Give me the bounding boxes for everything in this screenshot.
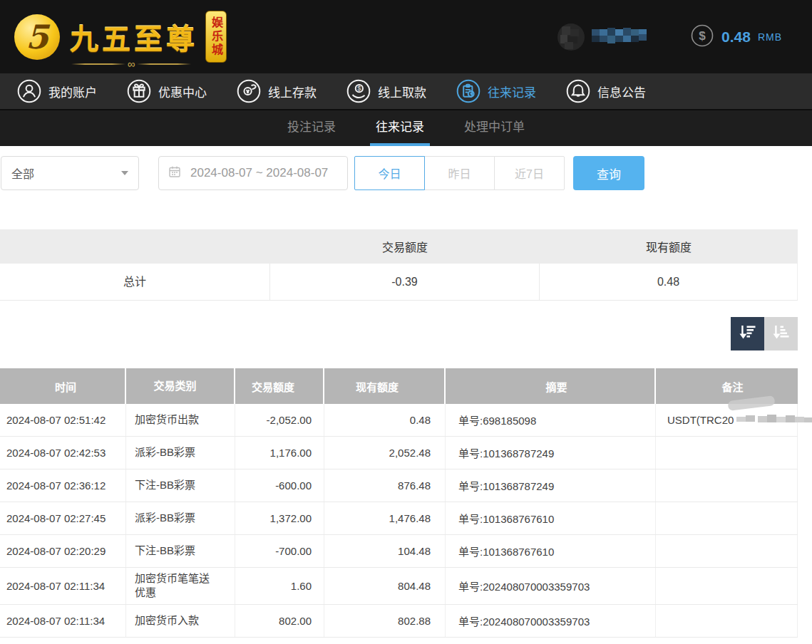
tab-pending-orders[interactable]: 处理中订单 (463, 110, 526, 146)
cell-amount: -2,052.00 (235, 404, 324, 436)
tab-betting-records[interactable]: 投注记录 (286, 110, 337, 146)
brand-name: 九五至尊 (70, 16, 198, 58)
balance-amount: 0.48 (721, 28, 751, 46)
date-range-value: 2024-08-07 ~ 2024-08-07 (190, 166, 328, 180)
tab-transaction-records[interactable]: 往来记录 (374, 110, 426, 146)
cell-amount: 802.00 (235, 605, 324, 637)
table-row: 2024-08-07 02:51:42 加密货币出款 -2,052.00 0.4… (0, 404, 798, 437)
cell-remark (656, 568, 798, 604)
nav-item-transaction-records[interactable]: 往来记录 (456, 79, 536, 103)
cell-balance: 0.48 (324, 404, 446, 436)
cell-time: 2024-08-07 02:51:42 (0, 404, 126, 436)
cell-remark (656, 437, 798, 469)
cell-time: 2024-08-07 02:20:29 (0, 535, 126, 567)
today-button[interactable]: 今日 (354, 156, 425, 190)
cell-remark (656, 502, 798, 534)
records-table: 时间 交易类别 交易额度 现有额度 摘要 备注 2024-08-07 02:51… (0, 368, 798, 638)
gift-icon (127, 79, 151, 103)
cell-amount: 1,372.00 (235, 502, 324, 534)
last7days-button[interactable]: 近7日 (494, 156, 565, 190)
remark-text: USDT(TRC20 (667, 414, 734, 426)
calendar-icon (168, 165, 182, 182)
filter-bar: 全部 2024-08-07 ~ 2024-08-07 今日 昨日 近7日 查询 (1, 156, 812, 190)
table-row: 2024-08-07 02:11:34 加密货币入款 802.00 802.88… (0, 605, 798, 638)
nav-item-my-account[interactable]: 我的账户 (17, 79, 97, 103)
cell-balance: 802.88 (324, 605, 446, 637)
nav-label: 信息公告 (597, 83, 646, 100)
coin-icon: $ (690, 24, 714, 51)
cell-amount: -700.00 (235, 535, 324, 567)
cell-time: 2024-08-07 02:36:12 (0, 469, 126, 502)
quick-range-group: 今日 昨日 近7日 (354, 156, 565, 190)
table-row: 2024-08-07 02:11:34 加密货币笔笔送优惠 1.60 804.4… (0, 568, 798, 605)
user-info[interactable] (557, 24, 649, 51)
table-row: 2024-08-07 02:20:29 下注-BB彩票 -700.00 104.… (0, 535, 798, 568)
cell-summary: 单号:698185098 (446, 404, 656, 436)
nav-item-withdraw[interactable]: $ 线上取款 (346, 79, 426, 103)
cell-category: 加密货币出款 (126, 404, 235, 436)
user-icon (17, 79, 41, 103)
summary-table: 交易额度 现有额度 总计 -0.39 0.48 (0, 229, 798, 301)
cell-remark (656, 469, 798, 502)
col-summary: 摘要 (446, 368, 656, 404)
cell-category: 派彩-BB彩票 (126, 502, 235, 534)
summary-transaction-total: -0.39 (270, 264, 540, 300)
search-button[interactable]: 查询 (573, 156, 644, 190)
avatar (557, 24, 585, 51)
chevron-down-icon (121, 171, 128, 175)
brand-logo: 5 九五至尊 娱乐城 ∞ (14, 11, 227, 63)
cell-balance: 104.48 (324, 535, 446, 567)
sort-descending-button[interactable] (731, 317, 764, 350)
type-select[interactable]: 全部 (1, 156, 139, 190)
cell-time: 2024-08-07 02:42:53 (0, 437, 126, 469)
nav-label: 线上取款 (378, 83, 426, 100)
col-remark: 备注 (656, 368, 798, 404)
remark-blurred (736, 411, 812, 429)
cell-summary: 单号:101368787249 (446, 437, 656, 469)
flourish-ornament: ∞ (71, 63, 191, 65)
cell-category: 派彩-BB彩票 (126, 437, 235, 469)
nav-label: 线上存款 (268, 83, 317, 100)
nav-label: 我的账户 (48, 83, 97, 100)
username-blurred (592, 26, 649, 48)
cell-balance: 2,052.48 (324, 437, 446, 469)
cell-amount: 1.60 (235, 568, 324, 604)
balance-display: $ 0.48 RMB (690, 24, 782, 51)
col-balance: 现有额度 (324, 368, 446, 404)
yesterday-button[interactable]: 昨日 (424, 156, 495, 190)
cell-remark (656, 605, 798, 637)
cell-summary: 单号:101368767610 (446, 535, 656, 567)
cell-summary: 单号:202408070003359703 (446, 605, 656, 637)
cell-time: 2024-08-07 02:11:34 (0, 605, 126, 637)
col-amount: 交易额度 (235, 368, 324, 404)
cell-amount: -600.00 (235, 469, 324, 502)
cell-balance: 1,476.48 (324, 502, 446, 534)
cell-amount: 1,176.00 (235, 437, 324, 469)
nav-item-promotions[interactable]: 优惠中心 (127, 79, 207, 103)
table-row: 2024-08-07 02:27:45 派彩-BB彩票 1,372.00 1,4… (0, 502, 798, 535)
nav-label: 优惠中心 (158, 83, 207, 100)
cell-time: 2024-08-07 02:27:45 (0, 502, 126, 534)
summary-total-label: 总计 (0, 264, 270, 300)
svg-text:$: $ (699, 29, 706, 43)
table-row: 2024-08-07 02:36:12 下注-BB彩票 -600.00 876.… (0, 469, 798, 502)
nav-item-announcements[interactable]: 信息公告 (566, 79, 646, 103)
sort-descending-icon (738, 323, 757, 345)
brand-mark-icon: 5 (14, 14, 60, 60)
sort-ascending-icon (771, 323, 791, 345)
nav-item-deposit[interactable]: 线上存款 (237, 79, 317, 103)
summary-col-transaction: 交易额度 (270, 238, 540, 255)
table-header-row: 时间 交易类别 交易额度 现有额度 摘要 备注 (0, 368, 798, 404)
summary-header: 交易额度 现有额度 (0, 229, 798, 264)
cell-summary: 单号:101368787249 (446, 469, 656, 502)
records-icon (456, 79, 480, 103)
cell-category: 下注-BB彩票 (126, 469, 235, 502)
brand-badge: 娱乐城 (205, 11, 227, 63)
date-range-input[interactable]: 2024-08-07 ~ 2024-08-07 (158, 156, 348, 190)
cell-category: 加密货币入款 (126, 605, 235, 637)
sort-ascending-button[interactable] (764, 317, 798, 350)
cell-category: 加密货币笔笔送优惠 (126, 568, 235, 604)
cell-remark (656, 535, 798, 567)
cell-remark: USDT(TRC20 (656, 404, 798, 436)
table-row: 2024-08-07 02:42:53 派彩-BB彩票 1,176.00 2,0… (0, 437, 798, 469)
